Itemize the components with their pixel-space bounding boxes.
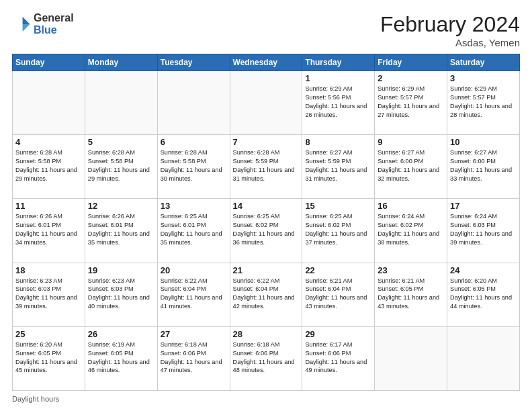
day-number: 20 (161, 265, 227, 275)
week-row-3: 18Sunrise: 6:23 AM Sunset: 6:03 PM Dayli… (13, 263, 520, 326)
calendar-cell (375, 326, 447, 390)
svg-marker-0 (23, 17, 30, 24)
calendar-cell (447, 326, 520, 390)
calendar-cell (85, 71, 157, 135)
calendar-cell: 2Sunrise: 6:29 AM Sunset: 5:57 PM Daylig… (375, 71, 447, 135)
calendar-cell: 3Sunrise: 6:29 AM Sunset: 5:57 PM Daylig… (447, 71, 520, 135)
day-number: 21 (233, 265, 300, 275)
week-row-4: 25Sunrise: 6:20 AM Sunset: 6:05 PM Dayli… (13, 326, 520, 390)
day-number: 9 (378, 137, 444, 147)
calendar-cell: 8Sunrise: 6:27 AM Sunset: 5:59 PM Daylig… (302, 135, 375, 199)
svg-marker-1 (23, 24, 30, 32)
day-info: Sunrise: 6:19 AM Sunset: 6:05 PM Dayligh… (88, 340, 154, 375)
day-number: 12 (88, 201, 154, 211)
page: General Blue February 2024 Asdas, Yemen … (0, 0, 532, 411)
weekday-header-sunday: Sunday (13, 54, 85, 71)
day-info: Sunrise: 6:27 AM Sunset: 5:59 PM Dayligh… (305, 148, 371, 183)
logo-general: General (34, 12, 74, 24)
calendar-cell (230, 71, 302, 135)
day-number: 6 (161, 137, 227, 147)
calendar-cell: 1Sunrise: 6:29 AM Sunset: 5:56 PM Daylig… (302, 71, 375, 135)
day-info: Sunrise: 6:21 AM Sunset: 6:05 PM Dayligh… (378, 277, 444, 312)
calendar-cell: 9Sunrise: 6:27 AM Sunset: 6:00 PM Daylig… (375, 135, 447, 199)
title-block: February 2024 Asdas, Yemen (380, 12, 520, 48)
calendar-cell: 16Sunrise: 6:24 AM Sunset: 6:02 PM Dayli… (375, 199, 447, 263)
weekday-header-tuesday: Tuesday (157, 54, 230, 71)
calendar-cell: 29Sunrise: 6:17 AM Sunset: 6:06 PM Dayli… (302, 326, 375, 390)
day-info: Sunrise: 6:22 AM Sunset: 6:04 PM Dayligh… (161, 277, 227, 312)
day-number: 15 (305, 201, 371, 211)
day-info: Sunrise: 6:18 AM Sunset: 6:06 PM Dayligh… (161, 340, 227, 375)
day-number: 24 (450, 265, 517, 275)
daylight-label: Daylight hours (12, 395, 59, 403)
calendar-table: SundayMondayTuesdayWednesdayThursdayFrid… (12, 54, 520, 391)
day-number: 14 (233, 201, 300, 211)
calendar-cell: 26Sunrise: 6:19 AM Sunset: 6:05 PM Dayli… (85, 326, 157, 390)
day-number: 19 (88, 265, 154, 275)
day-info: Sunrise: 6:26 AM Sunset: 6:01 PM Dayligh… (88, 212, 154, 247)
calendar-cell: 28Sunrise: 6:18 AM Sunset: 6:06 PM Dayli… (230, 326, 302, 390)
calendar-cell (13, 71, 85, 135)
day-number: 17 (450, 201, 517, 211)
calendar-cell: 7Sunrise: 6:28 AM Sunset: 5:59 PM Daylig… (230, 135, 302, 199)
day-info: Sunrise: 6:27 AM Sunset: 6:00 PM Dayligh… (378, 148, 444, 183)
day-number: 8 (305, 137, 371, 147)
day-number: 4 (15, 137, 82, 147)
calendar-cell: 25Sunrise: 6:20 AM Sunset: 6:05 PM Dayli… (13, 326, 85, 390)
day-info: Sunrise: 6:27 AM Sunset: 6:00 PM Dayligh… (450, 148, 517, 183)
day-number: 18 (15, 265, 82, 275)
day-info: Sunrise: 6:29 AM Sunset: 5:57 PM Dayligh… (450, 85, 517, 120)
day-number: 23 (378, 265, 444, 275)
footer: Daylight hours (12, 395, 520, 403)
calendar-cell: 18Sunrise: 6:23 AM Sunset: 6:03 PM Dayli… (13, 263, 85, 326)
calendar-cell: 11Sunrise: 6:26 AM Sunset: 6:01 PM Dayli… (13, 199, 85, 263)
calendar-cell: 6Sunrise: 6:28 AM Sunset: 5:58 PM Daylig… (157, 135, 230, 199)
day-info: Sunrise: 6:29 AM Sunset: 5:57 PM Dayligh… (378, 85, 444, 120)
day-info: Sunrise: 6:23 AM Sunset: 6:03 PM Dayligh… (15, 277, 82, 312)
day-number: 16 (378, 201, 444, 211)
weekday-header-wednesday: Wednesday (230, 54, 302, 71)
day-number: 1 (305, 73, 371, 83)
calendar-cell: 13Sunrise: 6:25 AM Sunset: 6:01 PM Dayli… (157, 199, 230, 263)
weekday-header-row: SundayMondayTuesdayWednesdayThursdayFrid… (13, 54, 520, 71)
day-number: 10 (450, 137, 517, 147)
day-info: Sunrise: 6:26 AM Sunset: 6:01 PM Dayligh… (15, 212, 82, 247)
logo-icon (12, 15, 31, 34)
day-info: Sunrise: 6:23 AM Sunset: 6:03 PM Dayligh… (88, 277, 154, 312)
day-number: 27 (161, 329, 227, 339)
calendar-cell: 27Sunrise: 6:18 AM Sunset: 6:06 PM Dayli… (157, 326, 230, 390)
calendar-cell: 15Sunrise: 6:25 AM Sunset: 6:02 PM Dayli… (302, 199, 375, 263)
calendar-cell: 24Sunrise: 6:20 AM Sunset: 6:05 PM Dayli… (447, 263, 520, 326)
location: Asdas, Yemen (380, 37, 520, 48)
calendar-cell: 10Sunrise: 6:27 AM Sunset: 6:00 PM Dayli… (447, 135, 520, 199)
day-number: 29 (305, 329, 371, 339)
day-info: Sunrise: 6:17 AM Sunset: 6:06 PM Dayligh… (305, 340, 371, 375)
day-info: Sunrise: 6:22 AM Sunset: 6:04 PM Dayligh… (233, 277, 300, 312)
weekday-header-thursday: Thursday (302, 54, 375, 71)
calendar-cell: 22Sunrise: 6:21 AM Sunset: 6:04 PM Dayli… (302, 263, 375, 326)
day-info: Sunrise: 6:24 AM Sunset: 6:03 PM Dayligh… (450, 212, 517, 247)
logo-blue: Blue (34, 24, 74, 36)
day-number: 26 (88, 329, 154, 339)
day-info: Sunrise: 6:18 AM Sunset: 6:06 PM Dayligh… (233, 340, 300, 375)
day-number: 25 (15, 329, 82, 339)
day-info: Sunrise: 6:25 AM Sunset: 6:02 PM Dayligh… (233, 212, 300, 247)
calendar-cell: 14Sunrise: 6:25 AM Sunset: 6:02 PM Dayli… (230, 199, 302, 263)
day-number: 13 (161, 201, 227, 211)
day-info: Sunrise: 6:28 AM Sunset: 5:58 PM Dayligh… (15, 148, 82, 183)
calendar-cell: 4Sunrise: 6:28 AM Sunset: 5:58 PM Daylig… (13, 135, 85, 199)
day-number: 2 (378, 73, 444, 83)
day-info: Sunrise: 6:25 AM Sunset: 6:02 PM Dayligh… (305, 212, 371, 247)
day-number: 22 (305, 265, 371, 275)
day-info: Sunrise: 6:28 AM Sunset: 5:58 PM Dayligh… (161, 148, 227, 183)
day-number: 7 (233, 137, 300, 147)
day-info: Sunrise: 6:21 AM Sunset: 6:04 PM Dayligh… (305, 277, 371, 312)
day-info: Sunrise: 6:20 AM Sunset: 6:05 PM Dayligh… (15, 340, 82, 375)
weekday-header-friday: Friday (375, 54, 447, 71)
calendar-cell (157, 71, 230, 135)
header: General Blue February 2024 Asdas, Yemen (12, 12, 520, 48)
day-info: Sunrise: 6:24 AM Sunset: 6:02 PM Dayligh… (378, 212, 444, 247)
week-row-2: 11Sunrise: 6:26 AM Sunset: 6:01 PM Dayli… (13, 199, 520, 263)
day-info: Sunrise: 6:28 AM Sunset: 5:58 PM Dayligh… (88, 148, 154, 183)
day-info: Sunrise: 6:28 AM Sunset: 5:59 PM Dayligh… (233, 148, 300, 183)
